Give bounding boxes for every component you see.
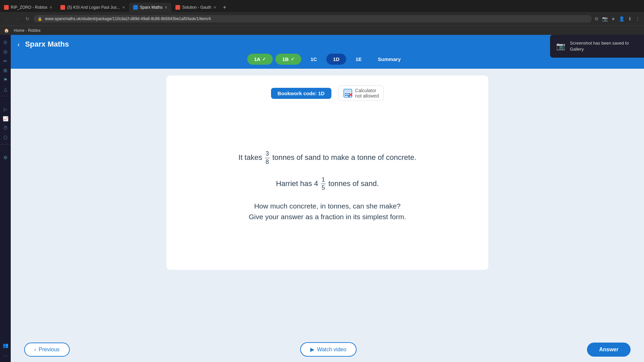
sidebar-icon-1[interactable]: ⊙ bbox=[1, 38, 9, 46]
svg-rect-1 bbox=[345, 90, 351, 92]
sidebar-icon-people[interactable]: 👥 bbox=[1, 341, 9, 349]
sidebar-icon-clock[interactable]: ⏱ bbox=[1, 124, 9, 132]
tab-1B-label: 1B bbox=[282, 56, 288, 62]
main-content-area: Bookwork code: 1D bbox=[11, 69, 644, 337]
tab-title-ksi: (5) KSI And Logan Paul Jus... bbox=[67, 5, 120, 10]
screenshot-icon[interactable]: 📷 bbox=[602, 16, 608, 21]
header-back-button[interactable]: ‹ bbox=[17, 41, 20, 48]
tab-1A-check-icon: ✓ bbox=[262, 57, 266, 62]
task-tab-navigation: 1A ✓ 1B ✓ 1C 1D 1E Summary bbox=[11, 54, 644, 69]
mixed-denominator: 5 bbox=[321, 184, 326, 192]
q4-text: Give your answer as a fraction in its si… bbox=[249, 213, 406, 221]
sidebar-icon-grid[interactable]: ⊞ bbox=[1, 66, 9, 74]
os-sidebar: ⊙ ◎ ✏ ⊞ ⚑ △ ▷ 📈 ⏱ ⬡ ⚙ 👥 … bbox=[0, 35, 11, 362]
tab-title-roblox: RIP_ZORO - Roblox bbox=[11, 5, 47, 10]
q3-text: How much concrete, in tonnes, can she ma… bbox=[249, 202, 406, 210]
extensions-icon[interactable]: ⚙ bbox=[594, 16, 599, 21]
q1-before-text: It takes bbox=[238, 153, 262, 162]
tab-close-sparx[interactable]: ✕ bbox=[164, 5, 167, 10]
question-line-3: How much concrete, in tonnes, can she ma… bbox=[249, 202, 406, 221]
fraction-numerator: 3 bbox=[265, 150, 270, 158]
browser-chrome: RIP_ZORO - Roblox ✕ (5) KSI And Logan Pa… bbox=[0, 0, 644, 35]
bookmarks-bar: 🏠 Home - Roblox bbox=[0, 25, 644, 35]
watch-video-label: Watch video bbox=[317, 347, 346, 353]
svg-rect-3 bbox=[346, 93, 348, 94]
address-bar-row: ← → ↻ 🔒 www.sparxmaths.uk/student/packag… bbox=[0, 12, 644, 25]
tab-1B-check-icon: ✓ bbox=[291, 57, 294, 62]
bookwork-row: Bookwork code: 1D bbox=[180, 85, 475, 101]
sidebar-icon-play[interactable]: ▷ bbox=[1, 105, 9, 113]
tab-1C[interactable]: 1C bbox=[304, 54, 324, 65]
tab-roblox[interactable]: RIP_ZORO - Roblox ✕ bbox=[0, 3, 56, 12]
header-title: Sparx Maths bbox=[25, 40, 631, 49]
download-icon[interactable]: ⬇ bbox=[628, 16, 632, 21]
favicon-gauth bbox=[175, 5, 180, 10]
sidebar-icon-chart[interactable]: 📈 bbox=[1, 115, 9, 123]
forward-button[interactable]: → bbox=[14, 15, 21, 23]
lock-icon: 🔒 bbox=[38, 17, 42, 21]
sidebar-icon-settings[interactable]: ⚙ bbox=[1, 154, 9, 162]
fraction-3-8: 3 8 bbox=[265, 150, 270, 166]
new-tab-button[interactable]: + bbox=[220, 4, 229, 10]
previous-label: Previous bbox=[39, 347, 59, 353]
tab-1A[interactable]: 1A ✓ bbox=[247, 54, 273, 65]
tab-ksi[interactable]: (5) KSI And Logan Paul Jus... ✕ bbox=[56, 3, 129, 12]
address-bar[interactable]: 🔒 www.sparxmaths.uk/student/package/110c… bbox=[34, 15, 592, 22]
sidebar-icon-nav[interactable]: △ bbox=[1, 85, 9, 93]
favicon-ksi bbox=[60, 5, 65, 10]
q1-after-text: tonnes of sand to make a tonne of concre… bbox=[272, 153, 416, 162]
fraction-denominator: 8 bbox=[265, 158, 270, 166]
tab-sparx[interactable]: Sparx Maths ✕ bbox=[129, 3, 171, 12]
previous-button[interactable]: ‹ Previous bbox=[24, 343, 70, 357]
tab-summary[interactable]: Summary bbox=[371, 54, 407, 65]
tab-1B[interactable]: 1B ✓ bbox=[275, 54, 301, 65]
question-line-1: It takes 3 8 tonnes of sand to make a to… bbox=[238, 150, 416, 166]
sparx-app: ‹ Sparx Maths 2C 1A ✓ 1B ✓ 1C 1D 1E bbox=[11, 35, 644, 362]
tab-title-sparx: Sparx Maths bbox=[140, 5, 162, 10]
tab-1C-label: 1C bbox=[311, 56, 317, 62]
tab-close-gauth[interactable]: ✕ bbox=[213, 5, 216, 10]
calculator-text: Calculator not allowed bbox=[355, 88, 379, 99]
bookmark-home-roblox[interactable]: Home - Roblox bbox=[12, 27, 43, 34]
back-button[interactable]: ← bbox=[4, 15, 11, 23]
watch-video-button[interactable]: ▶ Watch video bbox=[300, 342, 356, 357]
screenshot-toast-icon: 📷 bbox=[556, 42, 565, 51]
sparx-header: ‹ Sparx Maths 2C bbox=[11, 35, 644, 54]
tab-close-ksi[interactable]: ✕ bbox=[122, 5, 125, 10]
calculator-icon bbox=[343, 88, 353, 98]
question-line-2: Harriet has 4 1 5 tonnes of sand. bbox=[276, 176, 379, 192]
bookmark-icon[interactable]: ★ bbox=[611, 16, 615, 21]
sidebar-icon-box[interactable]: ⬡ bbox=[1, 133, 9, 141]
bottom-navigation: ‹ Previous ▶ Watch video Answer bbox=[11, 337, 644, 362]
mixed-numerator: 1 bbox=[321, 176, 326, 184]
calculator-status: not allowed bbox=[355, 93, 379, 99]
tab-1E[interactable]: 1E bbox=[349, 54, 368, 65]
profile-icon[interactable]: 👤 bbox=[619, 16, 625, 21]
favicon-sparx bbox=[133, 5, 138, 10]
sidebar-icon-more[interactable]: … bbox=[1, 351, 9, 359]
bookwork-code-badge: Bookwork code: 1D bbox=[271, 88, 331, 99]
screenshot-toast-text: Screenshot has been saved to Gallery bbox=[570, 40, 638, 52]
address-text: www.sparxmaths.uk/student/package/110cda… bbox=[45, 16, 211, 21]
sidebar-divider-2 bbox=[0, 144, 11, 151]
sidebar-icon-pencil[interactable]: ✏ bbox=[1, 57, 9, 65]
tab-1A-label: 1A bbox=[254, 56, 260, 62]
answer-label: Answer bbox=[599, 347, 619, 352]
sidebar-divider-1 bbox=[0, 96, 11, 103]
tab-gauth[interactable]: Solution - Gauth ✕ bbox=[171, 3, 220, 12]
play-video-icon: ▶ bbox=[310, 346, 314, 353]
answer-button[interactable]: Answer bbox=[587, 343, 631, 357]
calculator-label: Calculator bbox=[355, 88, 379, 93]
sidebar-icon-2[interactable]: ◎ bbox=[1, 48, 9, 56]
tab-title-gauth: Solution - Gauth bbox=[182, 5, 211, 10]
tab-summary-label: Summary bbox=[378, 56, 400, 62]
q2-before-text: Harriet has 4 bbox=[276, 179, 318, 188]
question-body: It takes 3 8 tonnes of sand to make a to… bbox=[180, 111, 475, 260]
calculator-info: Calculator not allowed bbox=[338, 85, 384, 101]
menu-icon[interactable]: ⋮ bbox=[635, 16, 640, 21]
svg-rect-2 bbox=[345, 93, 346, 94]
tab-close-roblox[interactable]: ✕ bbox=[49, 5, 52, 10]
sidebar-icon-flag[interactable]: ⚑ bbox=[1, 76, 9, 84]
tab-1D[interactable]: 1D bbox=[326, 54, 346, 65]
refresh-button[interactable]: ↻ bbox=[24, 15, 31, 23]
